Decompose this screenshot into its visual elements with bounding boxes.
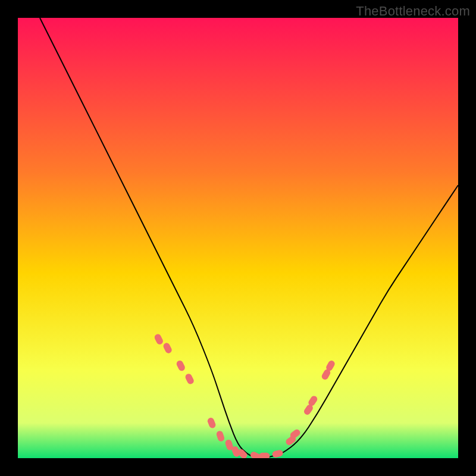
curve-marker (259, 453, 270, 458)
gradient-background (18, 18, 458, 458)
watermark-text: TheBottleneck.com (356, 4, 470, 19)
chart-frame: TheBottleneck.com (0, 0, 476, 476)
plot-area (18, 18, 458, 458)
bottleneck-chart (18, 18, 458, 458)
